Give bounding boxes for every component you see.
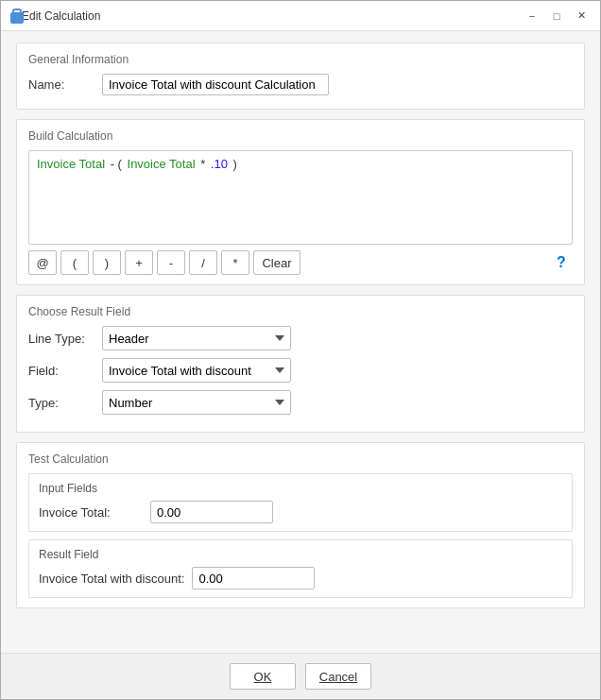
invoice-total-discount-result-input[interactable] <box>192 567 315 589</box>
test-calculation-section: Test Calculation Input Fields Invoice To… <box>16 442 585 608</box>
lock-icon <box>9 9 22 24</box>
invoice-total-discount-label: Invoice Total with discount: <box>39 572 184 586</box>
field-label: Field: <box>28 364 94 378</box>
build-calculation-title: Build Calculation <box>28 129 573 143</box>
expression-editor[interactable]: Invoice Total - ( Invoice Total * .10 ) <box>28 150 573 245</box>
footer: OK Cancel <box>1 653 600 699</box>
window-controls: − □ ✕ <box>521 7 592 26</box>
ok-button[interactable]: OK <box>230 663 296 690</box>
help-button[interactable]: ? <box>550 251 573 274</box>
calc-buttons-row: @ ( ) + - / * Clear ? <box>28 250 573 275</box>
name-label: Name: <box>28 77 94 92</box>
choose-result-field-section: Choose Result Field Line Type: Header De… <box>16 295 585 433</box>
test-calculation-title: Test Calculation <box>28 452 573 466</box>
multiply-button[interactable]: * <box>221 250 249 275</box>
input-fields-subsection: Input Fields Invoice Total: <box>28 473 573 532</box>
clear-button[interactable]: Clear <box>253 250 300 275</box>
invoice-total-discount-row: Invoice Total with discount: <box>39 567 562 589</box>
cancel-button[interactable]: Cancel <box>305 663 371 690</box>
close-button[interactable]: ✕ <box>570 7 592 26</box>
invoice-total-label: Invoice Total: <box>39 505 143 520</box>
expr-token-3: Invoice Total <box>128 157 196 171</box>
main-content: General Information Name: Build Calculat… <box>1 31 600 653</box>
choose-result-field-title: Choose Result Field <box>28 305 573 318</box>
build-calculation-section: Build Calculation Invoice Total - ( Invo… <box>16 119 585 285</box>
maximize-button[interactable]: □ <box>545 7 568 26</box>
at-button[interactable]: @ <box>28 250 57 275</box>
minimize-button[interactable]: − <box>521 7 543 26</box>
result-field-title: Result Field <box>39 548 562 561</box>
close-paren-button[interactable]: ) <box>93 250 121 275</box>
plus-button[interactable]: + <box>125 250 153 275</box>
type-label: Type: <box>28 396 94 410</box>
type-select[interactable]: Number Text Date <box>102 390 291 415</box>
title-bar: Edit Calculation − □ ✕ <box>1 1 600 31</box>
type-row: Type: Number Text Date <box>28 390 573 415</box>
name-input[interactable] <box>102 74 329 95</box>
line-type-label: Line Type: <box>28 332 94 346</box>
divide-button[interactable]: / <box>189 250 217 275</box>
minus-button[interactable]: - <box>157 250 185 275</box>
result-field-subsection: Result Field Invoice Total with discount… <box>28 539 573 598</box>
input-fields-title: Input Fields <box>39 482 562 495</box>
window-title: Edit Calculation <box>22 9 521 23</box>
expr-token-2: - ( <box>107 157 126 171</box>
open-paren-button[interactable]: ( <box>60 250 89 275</box>
field-select[interactable]: Invoice Total with discount Invoice Tota… <box>102 358 291 383</box>
line-type-row: Line Type: Header Detail Footer <box>28 326 573 350</box>
expr-token-4: * <box>197 157 209 171</box>
expr-token-1: Invoice Total <box>37 157 105 171</box>
edit-calculation-window: Edit Calculation − □ ✕ General Informati… <box>0 0 601 700</box>
field-row: Field: Invoice Total with discount Invoi… <box>28 358 573 383</box>
name-row: Name: <box>28 74 573 95</box>
invoice-total-row: Invoice Total: <box>39 501 562 523</box>
expr-token-5: .10 <box>211 157 228 171</box>
invoice-total-test-input[interactable] <box>150 501 273 523</box>
general-information-section: General Information Name: <box>16 43 585 110</box>
line-type-select[interactable]: Header Detail Footer <box>102 326 291 350</box>
expr-token-6: ) <box>230 157 237 171</box>
general-information-title: General Information <box>28 53 573 66</box>
